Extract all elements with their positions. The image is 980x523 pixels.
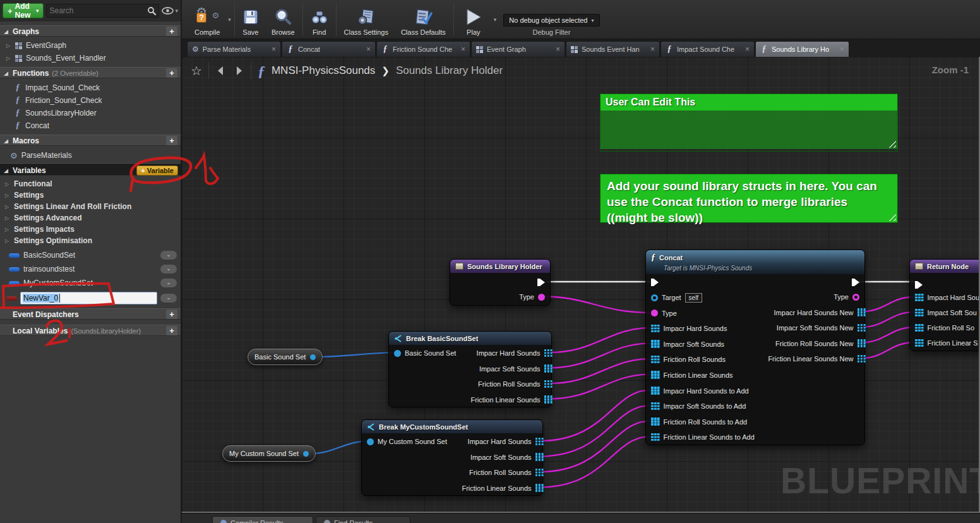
node-header[interactable]: Break MyCustomSoundSet bbox=[362, 420, 542, 433]
close-icon[interactable]: × bbox=[272, 45, 276, 54]
add-local-variable-button[interactable]: + bbox=[166, 326, 177, 335]
output-pin[interactable]: Impacr Hard Sounds bbox=[468, 434, 537, 449]
sidebar-item-eventgraph[interactable]: ▷ EventGraph bbox=[0, 39, 181, 52]
close-icon[interactable]: × bbox=[461, 45, 465, 54]
view-options-button[interactable]: ▾ bbox=[162, 7, 178, 15]
output-pin[interactable]: Friction Roll Sounds bbox=[469, 465, 537, 480]
type-out-pin[interactable]: Type bbox=[519, 289, 545, 304]
comment-add-structs[interactable]: Add your sound library structs in here. … bbox=[600, 174, 898, 223]
output-pin[interactable]: Impacr Soft Sounds bbox=[470, 450, 537, 465]
node-header[interactable]: Return Node bbox=[910, 260, 980, 273]
class-settings-button[interactable]: Class Settings bbox=[338, 0, 395, 39]
output-pin[interactable]: Friction Roll Sounds New bbox=[775, 336, 859, 351]
node-sounds-library-holder[interactable]: Sounds Library Holder Type bbox=[450, 259, 551, 306]
variable-default-chevron[interactable]: ⌄ bbox=[160, 265, 177, 274]
comment-user-can-edit[interactable]: User Can Edit This bbox=[600, 93, 898, 152]
tri-collapsed-icon[interactable]: ▷ bbox=[6, 56, 11, 61]
add-function-button[interactable]: + bbox=[166, 68, 177, 78]
tab-compiler-results[interactable]: Compiler Results bbox=[212, 516, 313, 523]
find-button[interactable]: Find bbox=[304, 0, 335, 39]
output-pin[interactable]: Friction Linear Sounds New bbox=[768, 351, 859, 366]
close-icon[interactable]: × bbox=[556, 45, 560, 54]
input-pin[interactable]: Basic Sound Set bbox=[394, 346, 456, 361]
sidebar-item-sounds-event-handler[interactable]: ▷ Sounds_Event_Handler bbox=[0, 52, 181, 64]
close-icon[interactable]: × bbox=[366, 45, 371, 54]
play-options-caret[interactable]: ▾ bbox=[492, 16, 499, 23]
add-graph-button[interactable]: + bbox=[166, 27, 177, 36]
variable-get-my-custom-sound-set[interactable]: My Custom Sound Set bbox=[222, 445, 316, 462]
node-return[interactable]: Return Node Impact Hard Sou Impact Soft … bbox=[909, 259, 980, 351]
input-pin[interactable]: Friction Roll Sounds to Add bbox=[651, 414, 747, 430]
type-in-pin[interactable]: Type bbox=[651, 306, 677, 321]
add-new-button[interactable]: + Add New ▾ bbox=[3, 3, 44, 18]
tri-collapsed-icon[interactable]: ▷ bbox=[5, 204, 10, 210]
exec-out-pin[interactable] bbox=[537, 275, 545, 290]
input-pin[interactable]: Friction Linear Sounds bbox=[651, 368, 733, 383]
variable-name-input[interactable]: NewVar_0 bbox=[20, 292, 157, 304]
var-category-settings-optimisation[interactable]: ▷ Settings Optimisation bbox=[0, 235, 181, 246]
tri-collapsed-icon[interactable]: ▷ bbox=[5, 238, 10, 244]
sidebar-item-soundslibraryholder[interactable]: ƒ SoundsLibraryHolder bbox=[0, 107, 181, 119]
play-button[interactable]: Play bbox=[455, 0, 492, 39]
close-icon[interactable]: × bbox=[840, 45, 844, 54]
output-pin[interactable]: Friction Linear Sounds bbox=[462, 481, 537, 496]
compile-options-caret[interactable]: ▾ bbox=[226, 16, 233, 23]
node-header[interactable]: ƒ Concat Target is MNSI-Physics Sounds bbox=[646, 250, 864, 274]
input-pin[interactable]: Friction Roll So bbox=[915, 320, 974, 335]
node-break-mycustomsoundset[interactable]: Break MyCustomSoundSet My Custom Sound S… bbox=[361, 419, 543, 496]
class-defaults-button[interactable]: Class Defaults bbox=[395, 0, 452, 39]
var-category-settings-advanced[interactable]: ▷ Settings Advanced bbox=[0, 212, 181, 224]
variable-basicsoundset[interactable]: BasicSoundSet ⌄ bbox=[0, 248, 181, 262]
variable-newvar-editing-row[interactable]: NewVar_0 ⌄ bbox=[0, 290, 181, 306]
sidebar-item-concat[interactable]: ƒ Concat bbox=[0, 119, 181, 132]
input-pin[interactable]: Impacr Soft Sounds to Add bbox=[651, 399, 746, 414]
comment-title[interactable]: User Can Edit This bbox=[601, 94, 897, 111]
tab-parse-materials[interactable]: ⚙ Parse Materials × bbox=[187, 41, 281, 57]
input-pin[interactable]: Impact Hard Sou bbox=[915, 290, 979, 305]
sidebar-item-friction-sound-check[interactable]: ƒ Friction_Sound_Check bbox=[0, 94, 181, 107]
comment-title[interactable]: Add your sound library structs in here. … bbox=[601, 174, 897, 229]
variable-default-chevron[interactable]: ⌄ bbox=[160, 251, 177, 260]
node-break-basicsoundset[interactable]: Break BasicSoundSet Basic Sound Set Impa… bbox=[388, 331, 552, 407]
output-pin[interactable]: Impacr Soft Sounds New bbox=[777, 320, 859, 335]
output-pin[interactable]: Impacr Hard Sounds New bbox=[774, 305, 859, 320]
var-category-functional[interactable]: ▷ Functional bbox=[0, 178, 181, 189]
tri-collapsed-icon[interactable]: ▷ bbox=[5, 227, 10, 232]
browse-button[interactable]: Browse bbox=[265, 0, 301, 39]
section-macros[interactable]: ◢ Macros + bbox=[0, 135, 181, 146]
tab-friction-sound-check[interactable]: ƒ Friction Sound Che × bbox=[376, 41, 470, 57]
favorite-star-icon[interactable]: ☆ bbox=[191, 63, 202, 78]
input-pin[interactable]: Impacr Soft Sounds bbox=[651, 337, 724, 352]
tab-impact-sound-check[interactable]: ƒ Impact Sound Che × bbox=[660, 41, 755, 57]
input-pin[interactable]: Friction Roll Sounds bbox=[651, 352, 726, 367]
tab-sounds-library-holder[interactable]: ƒ Sounds Library Ho × bbox=[755, 41, 849, 57]
variable-default-chevron[interactable]: ⌄ bbox=[160, 279, 177, 287]
var-category-settings-linear[interactable]: ▷ Settings Linear And Roll Friction bbox=[0, 201, 181, 212]
close-icon[interactable]: × bbox=[745, 45, 750, 54]
back-arrow-icon[interactable] bbox=[215, 65, 227, 76]
tab-find-results[interactable]: Find Results bbox=[316, 516, 410, 523]
add-variable-button[interactable]: + Variable bbox=[136, 165, 178, 176]
output-pin[interactable]: Friction Linear Sounds bbox=[470, 392, 546, 407]
section-local-variables[interactable]: Local Variables(SoundsLibraryHolder) + bbox=[0, 325, 181, 336]
node-header[interactable]: Sounds Library Holder bbox=[450, 260, 550, 273]
tri-collapsed-icon[interactable]: ▷ bbox=[5, 215, 10, 221]
compile-button[interactable]: ⚙⚙? Compile bbox=[188, 0, 226, 39]
exec-out-pin[interactable] bbox=[852, 275, 859, 290]
add-event-dispatcher-button[interactable]: + bbox=[166, 310, 177, 319]
graph-viewport[interactable]: ☆ ƒ MNSI-PhysicsSounds ❯ Sounds Library … bbox=[182, 57, 980, 513]
variable-trainsoundstest[interactable]: trainsoundstest ⌄ bbox=[0, 262, 181, 276]
output-pin[interactable]: Impacr Hard Sounds bbox=[477, 346, 546, 361]
section-graphs[interactable]: ◢ Graphs + bbox=[0, 25, 181, 37]
section-event-dispatchers[interactable]: Event Dispatchers + bbox=[0, 308, 181, 320]
input-pin[interactable]: Impacr Hard Sounds to Add bbox=[651, 383, 749, 399]
output-pin[interactable]: Friction Roll Sounds bbox=[478, 376, 546, 392]
output-pin[interactable]: Impacr Soft Sounds bbox=[479, 361, 546, 376]
search-box[interactable] bbox=[46, 4, 159, 18]
variable-get-basic-sound-set[interactable]: Basic Sound Set bbox=[248, 349, 323, 365]
tab-event-graph[interactable]: Event Graph × bbox=[471, 41, 565, 57]
node-concat[interactable]: ƒ Concat Target is MNSI-Physics Sounds T… bbox=[645, 249, 865, 445]
search-input[interactable] bbox=[49, 6, 147, 15]
tri-collapsed-icon[interactable]: ▷ bbox=[6, 43, 11, 49]
debug-object-select[interactable]: No debug object selected ▾ bbox=[503, 14, 599, 27]
